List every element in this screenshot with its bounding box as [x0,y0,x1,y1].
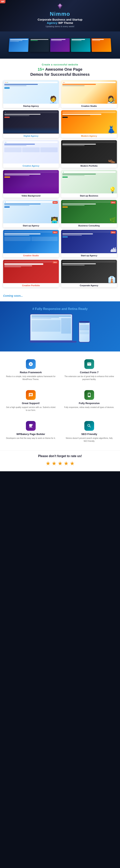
demo-startup-agency3[interactable]: New 🏙 Start-up Agency [61,230,117,257]
demo-digital-agency[interactable]: Digital Agency [3,110,59,138]
responsive-title: # Fully Responsive and Retina Ready [4,307,116,311]
new-badge-5: New [53,261,58,264]
support-title: Great Support! [5,402,56,405]
new-badge-3: New [53,231,58,234]
hero-preview-3 [50,38,70,52]
demo-creative-studio2[interactable]: New Creative Studio [3,230,59,257]
tagline-main: Corporate Business and Startup Agency WP… [4,18,116,25]
hero-preview-4 [71,38,91,52]
seo-icon [85,421,94,431]
feature-seo: SEO Friendly Nimmo doesn't prevent searc… [62,418,117,446]
seo-title: SEO Friendly [64,433,115,436]
feature-wpbakery: WPBakery Page Builder Developers can fin… [3,418,58,446]
star-4[interactable]: ★ [64,460,69,467]
wpbakery-title: WPBakery Page Builder [5,433,56,436]
demo-grid: 🧑‍💼 Startup Agency 👩‍🎨 Creative Studio [3,81,117,287]
redux-desc: Redux is a simple, truly extendable opti… [5,375,56,381]
coming-soon-text: Coming soon... [3,294,23,297]
device-mockup [4,314,116,343]
hero-preview-5 [91,38,112,52]
create-label: Create a successful website [3,63,117,66]
features-section: Redux Framework Redux is a simple, truly… [0,351,120,450]
tagline-sub: Updating demo in every week! [4,25,116,28]
support-icon [26,390,35,400]
demo-corporate-agency[interactable]: 👔 Corporate Agency [61,260,117,287]
demos-title: 15+ Awesome One Page Demos for Successfu… [3,67,117,77]
diamond-icon [57,3,63,9]
feature-contact7: Contact Form 7 The extension can be of g… [62,356,117,384]
feature-support: Great Support! Get a high quality suppor… [3,387,58,415]
redux-icon [26,359,35,369]
demo-creative-agency[interactable]: Creative Agency [3,140,59,168]
support-desc: Get a high quality support service with … [5,406,56,412]
new-badge: New [53,201,58,204]
demo-video-background[interactable]: Video Background [3,170,59,198]
new-badge-4: New [111,231,116,234]
wpbakery-icon [26,421,35,431]
hero-preview-2 [29,38,49,52]
star-1[interactable]: ★ [46,460,50,467]
logo-icon-area [4,3,116,10]
logo: Nimmo [4,11,116,17]
contact7-desc: The extension can be of great help to en… [64,375,115,381]
responsive-icon [85,390,94,400]
demos-section: Create a successful website 15+ Awesome … [0,59,120,292]
demo-modern-portfolio[interactable]: 👞 Modern Portfolio [61,140,117,168]
star-3[interactable]: ★ [58,460,63,467]
footer-section: Please don't forget to rate us! ★ ★ ★ ★ … [0,450,120,471]
coming-soon-section: Coming soon... [0,292,120,301]
responsive-title: Fully Responsive [64,402,115,405]
wpbakery-desc: Developers can find the easy way to work… [5,437,56,440]
hero-strip-inner [6,36,113,54]
feature-redux: Redux Framework Redux is a simple, truly… [3,356,58,384]
demo-modern-agency[interactable]: 👗 Modern Agency [61,110,117,138]
responsive-section: # Fully Responsive and Retina Ready [0,301,120,351]
feature-responsive: Fully Responsive Fully responsive, retin… [62,387,117,415]
demo-startup-agency2[interactable]: New 👨‍💻 Start-up Agency [3,200,59,227]
demo-creative-studio[interactable]: 👩‍🎨 Creative Studio [61,81,117,108]
demo-startup-agency[interactable]: 🧑‍💼 Startup Agency [3,81,59,108]
laptop-mockup [30,314,73,341]
wp-badge: WP [0,0,5,3]
new-badge-2: New [111,201,116,204]
header: WP Nimmo Corporate Business and Startup … [0,0,120,31]
demo-startup-business[interactable]: 💡 Start-up Business [61,170,117,198]
star-2[interactable]: ★ [52,460,56,467]
contact7-icon [85,359,94,369]
phone-mockup [78,321,90,343]
star-5[interactable]: ★ [70,460,75,467]
redux-title: Redux Framework [5,371,56,374]
footer-cta: Please don't forget to rate us! [3,455,117,458]
responsive-desc: Fully responsive, retina ready created a… [64,406,115,409]
stars-row: ★ ★ ★ ★ ★ [3,460,117,467]
contact7-title: Contact Form 7 [64,371,115,374]
hero-preview-strip [0,31,120,59]
demo-business-consulting[interactable]: New 🌿 Business Consulting [61,200,117,227]
hero-preview-1 [8,38,29,52]
seo-desc: Nimmo doesn't prevent search engine algo… [64,437,115,442]
features-grid: Redux Framework Redux is a simple, truly… [3,356,117,446]
demo-creative-portfolio[interactable]: New Creative Portfolio [3,260,59,287]
